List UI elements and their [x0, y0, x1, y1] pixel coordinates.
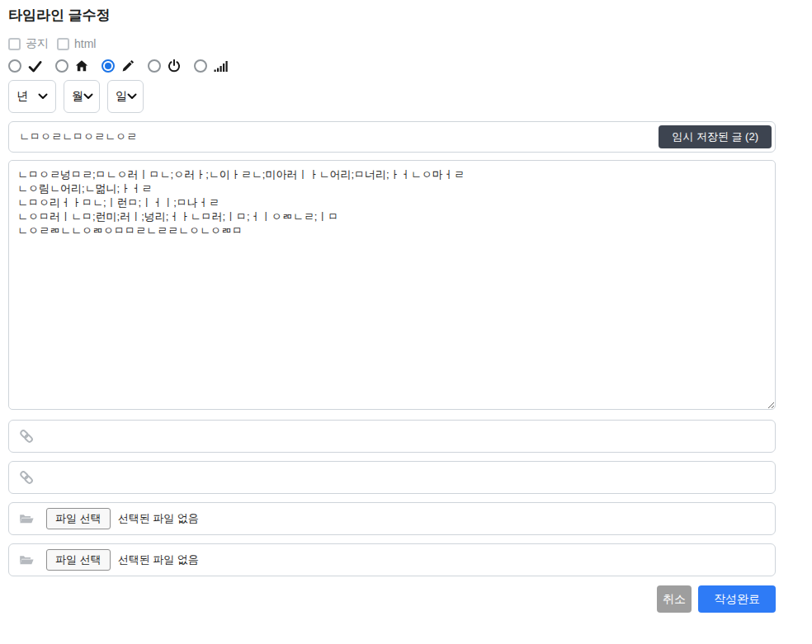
page-title: 타임라인 글수정: [8, 7, 776, 24]
year-select[interactable]: 년: [8, 80, 56, 113]
radio-group-check[interactable]: [8, 59, 42, 73]
folder-open-icon: [19, 553, 35, 566]
category-radio-row: [8, 58, 776, 74]
radio-group-pencil[interactable]: [102, 59, 135, 73]
content-textarea[interactable]: ㄴㅁㅇㄹ넝ㅁㄹ;ㅁㄴㅇ러ㅣㅁㄴ;ㅇ러ㅏ;ㄴ이ㅏㄹㄴ;미아러ㅣㅏㄴ어리;ㅁ너리;ㅏ…: [8, 160, 776, 410]
file-input-row-2: 파일 선택 선택된 파일 없음: [8, 543, 776, 576]
radio-signal[interactable]: [194, 59, 207, 73]
check-icon: [28, 59, 42, 73]
chevron-down-icon: [83, 93, 93, 100]
link-input-2[interactable]: [45, 462, 765, 493]
radio-pencil[interactable]: [102, 59, 115, 73]
chevron-down-icon: [127, 93, 137, 100]
file-input-row-1: 파일 선택 선택된 파일 없음: [8, 502, 776, 535]
flag-checkbox-row: 공지 html: [8, 36, 776, 51]
month-select[interactable]: 월: [64, 80, 100, 113]
html-checkbox[interactable]: [57, 38, 69, 50]
file-status-2: 선택된 파일 없음: [118, 552, 199, 567]
title-input-row: 임시 저장된 글 (2): [8, 121, 776, 153]
draft-posts-button[interactable]: 임시 저장된 글 (2): [659, 125, 772, 148]
notice-checkbox[interactable]: [8, 38, 21, 50]
radio-power[interactable]: [148, 59, 161, 73]
link-input-row-2: [8, 461, 776, 494]
submit-button[interactable]: 작성완료: [698, 585, 776, 613]
link-icon: [19, 429, 34, 444]
link-input-1[interactable]: [45, 421, 765, 452]
footer-actions: 취소 작성완료: [8, 585, 776, 613]
power-icon: [168, 59, 181, 73]
radio-group-power[interactable]: [148, 59, 181, 73]
day-select-value: 일: [116, 89, 127, 104]
home-icon: [75, 59, 88, 73]
html-checkbox-label: html: [74, 37, 96, 50]
radio-group-signal[interactable]: [194, 59, 229, 73]
file-select-button-2[interactable]: 파일 선택: [46, 549, 111, 571]
date-select-row: 년 월 일: [8, 80, 776, 113]
folder-open-icon: [19, 512, 35, 525]
notice-checkbox-label: 공지: [26, 36, 49, 51]
day-select[interactable]: 일: [107, 80, 144, 113]
timeline-edit-form: 타임라인 글수정 공지 html: [0, 0, 776, 613]
radio-group-home[interactable]: [55, 59, 88, 73]
chevron-down-icon: [38, 93, 48, 100]
cancel-button[interactable]: 취소: [657, 585, 692, 613]
signal-icon: [214, 59, 229, 73]
year-select-value: 년: [17, 89, 28, 104]
html-checkbox-group[interactable]: html: [57, 37, 96, 50]
link-icon: [19, 470, 34, 485]
month-select-value: 월: [72, 89, 83, 104]
radio-check[interactable]: [8, 59, 21, 73]
link-input-row-1: [8, 420, 776, 453]
file-select-button-1[interactable]: 파일 선택: [46, 508, 111, 529]
radio-home[interactable]: [55, 59, 68, 73]
notice-checkbox-group[interactable]: 공지: [8, 36, 49, 51]
pencil-icon: [121, 59, 135, 73]
file-status-1: 선택된 파일 없음: [118, 511, 199, 526]
